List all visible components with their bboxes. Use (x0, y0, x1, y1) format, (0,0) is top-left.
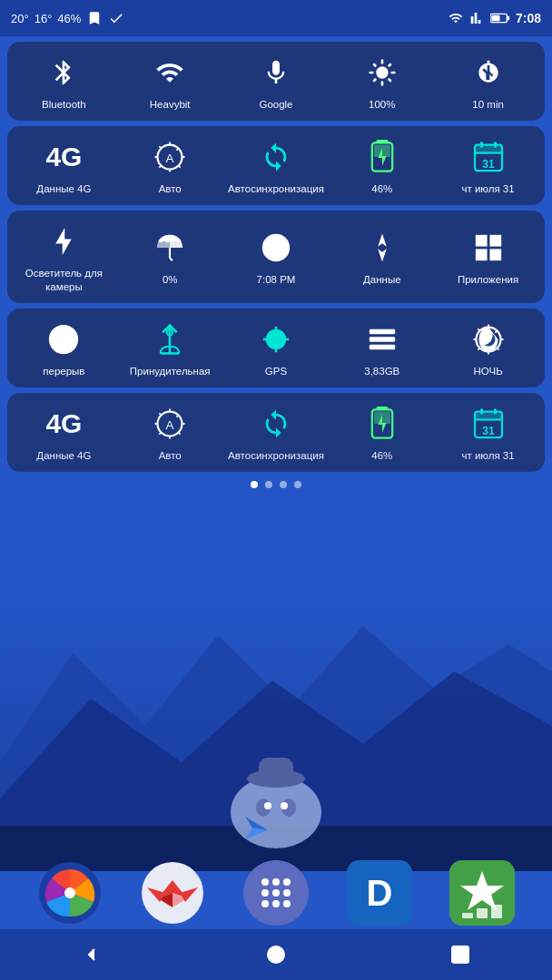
svg-text:31: 31 (482, 425, 495, 437)
panels-container: Bluetooth Heavybit Google 100% 10 min (0, 36, 552, 477)
svg-point-81 (272, 900, 280, 907)
data4g-item[interactable]: 4G Данные 4G (18, 135, 109, 196)
battery46-item[interactable]: 46% (337, 135, 428, 196)
sync-icon (254, 135, 298, 179)
flashlight-label: Осветитель для камеры (18, 267, 109, 294)
heavybit-item[interactable]: Heavybit (124, 51, 215, 112)
dot-indicators (0, 481, 552, 488)
data-arrows-item[interactable]: Данные (337, 226, 428, 287)
autosync-item[interactable]: Автосинхронизация (231, 135, 321, 196)
svg-rect-23 (475, 144, 502, 152)
home-button[interactable] (258, 936, 294, 973)
bluetooth-item[interactable]: Bluetooth (18, 51, 109, 112)
dot-1[interactable] (251, 481, 258, 488)
app-plane[interactable] (140, 860, 205, 926)
pause-item[interactable]: перерыв (18, 318, 109, 378)
sync2-icon (254, 402, 298, 446)
sun-icon (360, 51, 404, 94)
gps-item[interactable]: GPS (231, 318, 321, 378)
apps-grid-icon (467, 226, 510, 270)
svg-point-74 (261, 878, 269, 886)
dot-2[interactable] (265, 481, 272, 488)
auto-item[interactable]: A Авто (124, 135, 215, 196)
brightness-item[interactable]: 100% (337, 51, 428, 112)
apps-item[interactable]: Приложения (443, 226, 534, 287)
auto2-item[interactable]: A Авто (124, 402, 215, 463)
background-scene (0, 581, 552, 871)
app-dock: D (0, 860, 552, 926)
svg-rect-2 (491, 15, 499, 21)
temp1: 20° (11, 12, 29, 25)
battery46-2-item[interactable]: 46% (337, 402, 428, 463)
calendar-31-icon: 31 (467, 135, 510, 179)
bluetooth-icon (42, 51, 85, 94)
widget-panel-5: 4G Данные 4G A Авто Автосинхронизация (7, 393, 545, 472)
calendar-item[interactable]: 31 чт июля 31 (443, 135, 534, 196)
forced-item[interactable]: Принудительная (124, 318, 215, 378)
pause-label: перерыв (43, 365, 84, 378)
back-button[interactable] (74, 936, 110, 973)
svg-point-82 (283, 900, 291, 907)
mic-icon (254, 51, 298, 94)
gps-label: GPS (265, 365, 287, 378)
data4g2-item[interactable]: 4G Данные 4G (18, 402, 109, 463)
time-display: 7:08 (516, 11, 541, 25)
svg-rect-51 (370, 344, 395, 349)
dot-4[interactable] (294, 481, 301, 488)
timeout-item[interactable]: 10 min (443, 51, 534, 112)
battery-status-icon (490, 12, 510, 24)
recent-button[interactable] (442, 936, 478, 973)
storage-lines-icon (360, 318, 404, 361)
svg-line-30 (170, 259, 172, 261)
widget-panel-1: Bluetooth Heavybit Google 100% 10 min (7, 42, 545, 121)
svg-point-77 (261, 889, 269, 897)
timer-icon (467, 51, 510, 94)
data4g-label: Данные 4G (36, 182, 91, 196)
apps-label: Приложения (458, 273, 518, 287)
google-item[interactable]: Google (231, 51, 321, 112)
svg-point-80 (261, 900, 269, 907)
app-d[interactable]: D (347, 860, 412, 926)
svg-point-78 (272, 889, 280, 897)
app-launcher[interactable] (243, 860, 309, 926)
data4g2-label: Данные 4G (36, 449, 91, 463)
gps-target-icon (254, 318, 298, 361)
svg-text:31: 31 (482, 158, 495, 171)
nav-bar (0, 929, 552, 980)
timeout-label: 10 min (472, 98, 504, 112)
svg-marker-33 (378, 234, 387, 247)
pause-circle-icon (42, 318, 85, 361)
svg-rect-88 (477, 908, 488, 918)
4g-icon: 4G (42, 135, 85, 179)
circle-slash-icon (254, 226, 298, 270)
battery46-2-label: 46% (371, 449, 392, 463)
timepicker-item[interactable]: 7:08 PM (231, 226, 321, 287)
umbrella-icon (148, 226, 192, 270)
temp2: 16° (34, 12, 53, 25)
calendar2-item[interactable]: 31 чт июля 31 (443, 402, 534, 463)
svg-point-75 (272, 878, 280, 886)
svg-rect-37 (475, 250, 487, 261)
night-item[interactable]: НОЧЬ (443, 318, 534, 378)
dot-3[interactable] (280, 481, 287, 488)
anchor-arrow-icon (148, 318, 192, 361)
forced-label: Принудительная (130, 365, 211, 378)
app-star[interactable] (449, 860, 515, 926)
flashlight-item[interactable]: Осветитель для камеры (18, 220, 109, 294)
svg-point-76 (283, 878, 291, 886)
calendar-label: чт июля 31 (461, 182, 514, 196)
app-pinwheel[interactable] (37, 860, 103, 926)
widget-panel-4: перерыв Принудительная (7, 309, 545, 387)
svg-rect-87 (462, 913, 473, 918)
flash-icon (42, 220, 85, 263)
status-left: 20° 16° 46% (11, 10, 124, 26)
svg-rect-50 (370, 337, 395, 342)
svg-point-13 (281, 802, 288, 809)
svg-marker-28 (56, 228, 73, 255)
night-mode-icon (467, 318, 510, 361)
svg-rect-49 (370, 328, 395, 334)
umbrella-item[interactable]: 0% (124, 226, 215, 287)
storage-item[interactable]: 3,83GB (337, 318, 428, 378)
autosync2-item[interactable]: Автосинхронизация (231, 402, 321, 463)
svg-rect-36 (489, 235, 501, 247)
